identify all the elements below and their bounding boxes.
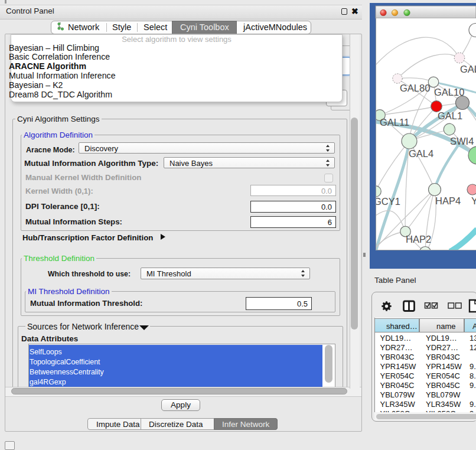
svg-text:HAP2: HAP2 [406, 234, 431, 244]
svg-text:GAL4: GAL4 [409, 148, 433, 159]
svg-text:GAL10: GAL10 [434, 87, 464, 97]
svg-text:HAP4: HAP4 [435, 195, 461, 206]
svg-text:Y: Y [471, 195, 476, 206]
svg-text:GAL80: GAL80 [400, 83, 430, 93]
svg-text:GCY1: GCY1 [374, 196, 400, 207]
svg-text:GAL11: GAL11 [380, 117, 409, 128]
svg-text:GAL1: GAL1 [438, 110, 462, 121]
svg-text:SWI4: SWI4 [450, 136, 474, 146]
svg-text:GAL7: GAL7 [460, 64, 476, 74]
